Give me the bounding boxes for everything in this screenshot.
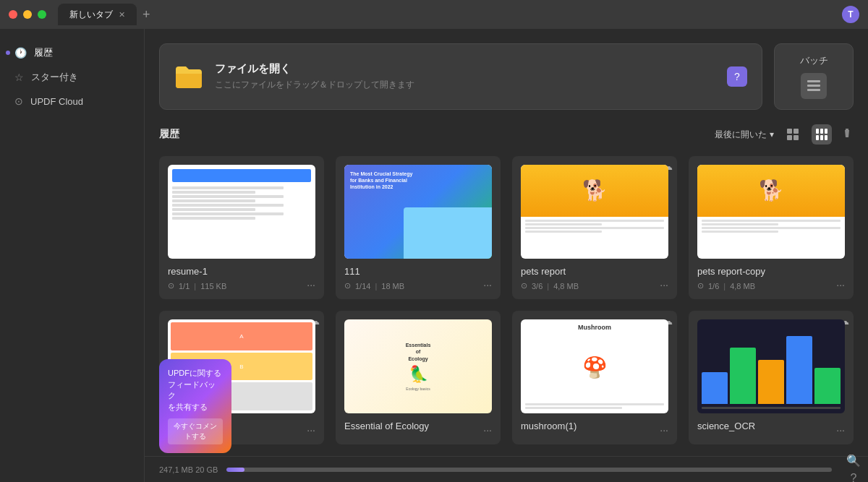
batch-card[interactable]: バッチ: [774, 43, 854, 110]
file-card-pets-copy[interactable]: 🐕 pets report-copy ⊙ 1/6 | 4,8 MB: [689, 156, 854, 299]
maximize-button[interactable]: [38, 10, 46, 19]
file-size: 4,8 MB: [553, 282, 579, 291]
minimize-button[interactable]: [23, 10, 32, 19]
file-thumb-111: The Most Crucial Strategyfor Banks and F…: [344, 165, 492, 259]
storage-fill: [226, 468, 244, 472]
file-thumb-resume: [168, 165, 315, 259]
more-options-button[interactable]: ···: [660, 424, 668, 436]
page-count: 3/6: [532, 282, 542, 291]
file-size: 18 MB: [381, 282, 404, 291]
sort-button[interactable]: 最後に開いた ▾: [715, 129, 774, 141]
svg-rect-5: [787, 135, 792, 140]
file-meta: ⊙ 1/6 | 4,8 MB: [697, 281, 845, 291]
help-icon[interactable]: ?: [851, 472, 857, 482]
main-layout: 🕐 履歴 ☆ スター付き ⊙ UPDF Cloud ファイルを: [0, 29, 868, 482]
more-options-button[interactable]: ···: [836, 424, 845, 436]
star-icon: ☆: [14, 72, 24, 83]
open-file-title: ファイルを開く: [215, 62, 414, 76]
more-options-button[interactable]: ···: [483, 279, 492, 291]
file-meta: ⊙ 1/14 | 18 MB: [344, 281, 492, 291]
close-button[interactable]: [9, 10, 17, 19]
grid-view-button[interactable]: [783, 124, 803, 145]
cloud-nav-icon: ⊙: [14, 95, 23, 107]
file-name: mushroom(1): [521, 421, 668, 431]
more-options-button[interactable]: ···: [307, 424, 315, 436]
bottom-bar: 247,1 MB 20 GB 🔍 ?: [145, 456, 868, 482]
window-controls: [9, 10, 46, 19]
svg-rect-7: [816, 129, 819, 134]
open-file-subtitle: ここにファイルをドラッグ＆ドロップして開きます: [215, 79, 414, 91]
new-tab-button[interactable]: +: [140, 7, 153, 22]
history-icon: 🕐: [14, 47, 27, 59]
file-card-111[interactable]: The Most Crucial Strategyfor Banks and F…: [336, 156, 501, 299]
open-file-card[interactable]: ファイルを開く ここにファイルをドラッグ＆ドロップして開きます ?: [159, 43, 762, 110]
page-count-icon: ⊙: [168, 281, 174, 291]
file-meta: ⊙ 3/6 | 4,8 MB: [521, 281, 668, 291]
feedback-comment-button[interactable]: 今すぐコメントする: [168, 418, 223, 444]
file-card-ecology[interactable]: EssentialsofEcology 🦜 Ecology basics Ess…: [336, 311, 501, 444]
file-size: 4,8 MB: [730, 282, 755, 291]
more-options-button[interactable]: ···: [483, 424, 492, 436]
svg-rect-2: [807, 89, 820, 91]
file-thumb-pets-copy: 🐕: [697, 165, 845, 259]
svg-rect-4: [793, 129, 799, 134]
file-name: Essential of Ecology: [344, 421, 492, 431]
storage-bar: [226, 468, 832, 472]
page-count: 1/1: [179, 282, 190, 291]
tab-close-icon[interactable]: ✕: [119, 10, 125, 20]
top-bar: ファイルを開く ここにファイルをドラッグ＆ドロップして開きます ? バッチ: [159, 43, 854, 110]
sidebar-label-starred: スター付き: [31, 71, 78, 84]
svg-rect-9: [825, 129, 827, 134]
active-indicator: [6, 51, 10, 55]
svg-rect-0: [807, 80, 820, 82]
history-controls: 最後に開いた ▾: [715, 124, 854, 145]
sort-label: 最後に開いた: [715, 129, 767, 141]
file-name: pets report: [521, 266, 668, 277]
storage-used: 247,1 MB 20 GB: [159, 465, 218, 474]
file-thumb-ecology: EssentialsofEcology 🦜 Ecology basics: [344, 319, 492, 413]
sidebar-item-cloud[interactable]: ⊙ UPDF Cloud: [0, 90, 144, 113]
folder-icon: [174, 64, 203, 90]
svg-rect-8: [820, 129, 823, 134]
file-card-resume[interactable]: resume-1 ⊙ 1/1 | 115 KB ···: [159, 156, 324, 299]
svg-rect-3: [787, 129, 792, 134]
storage-info: 247,1 MB 20 GB: [145, 465, 846, 474]
batch-icon: [801, 73, 827, 99]
feedback-text: UPDFに関する フィードバック を共有する: [168, 368, 223, 413]
active-tab[interactable]: 新しいタブ ✕: [58, 4, 137, 25]
page-count-icon: ⊙: [697, 281, 704, 291]
file-thumb-pets: 🐕: [521, 165, 668, 259]
delete-button[interactable]: [841, 126, 854, 142]
list-view-button[interactable]: [812, 124, 832, 145]
file-grid: resume-1 ⊙ 1/1 | 115 KB ··· The Most Cru…: [159, 156, 854, 444]
titlebar: 新しいタブ ✕ + T: [0, 0, 868, 29]
tab-area: 新しいタブ ✕ +: [58, 4, 153, 25]
more-options-button[interactable]: ···: [836, 279, 845, 291]
batch-label: バッチ: [800, 54, 828, 67]
avatar[interactable]: T: [842, 6, 859, 23]
sidebar-item-history[interactable]: 🕐 履歴: [0, 40, 144, 65]
history-title: 履歴: [159, 128, 179, 141]
more-options-button[interactable]: ···: [660, 279, 668, 291]
file-card-science[interactable]: ☁ science_OCR ···: [689, 311, 854, 444]
file-name: resume-1: [168, 266, 315, 277]
feedback-banner[interactable]: UPDFに関する フィードバック を共有する 今すぐコメントする: [159, 359, 231, 453]
open-file-button[interactable]: ?: [727, 66, 747, 87]
file-thumb-mushroom: Mushroom 🍄: [521, 319, 668, 413]
file-card-mushroom[interactable]: ☁ Mushroom 🍄 mushroom(1) ···: [512, 311, 677, 444]
page-count: 1/14: [355, 282, 370, 291]
file-name: 111: [344, 266, 492, 277]
svg-rect-1: [807, 85, 820, 87]
history-header: 履歴 最後に開いた ▾: [159, 124, 854, 145]
bird-icon: 🦜: [409, 365, 428, 384]
file-size: 115 KB: [200, 282, 226, 291]
tab-title: 新しいタブ: [69, 9, 113, 21]
file-name: science_OCR: [697, 421, 845, 431]
more-options-button[interactable]: ···: [307, 279, 315, 291]
file-meta: ⊙ 1/1 | 115 KB: [168, 281, 315, 291]
file-thumb-science: [697, 319, 845, 413]
page-count: 1/6: [708, 282, 719, 291]
search-icon[interactable]: 🔍: [846, 454, 861, 468]
sidebar-item-starred[interactable]: ☆ スター付き: [0, 65, 144, 90]
file-card-pets-report[interactable]: ☁ 🐕 pets report ⊙ 3/6: [512, 156, 677, 299]
